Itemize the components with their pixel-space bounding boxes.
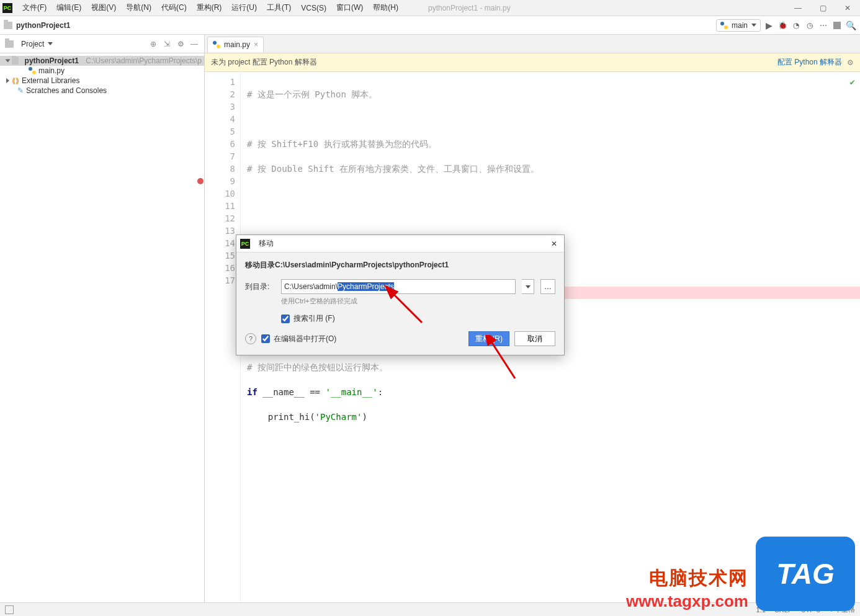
- menu-file[interactable]: 文件(F): [17, 0, 52, 16]
- path-completion-hint: 使用Ctrl+空格的路径完成: [281, 297, 555, 306]
- history-dropdown-icon[interactable]: [522, 279, 534, 294]
- dialog-close-icon[interactable]: ✕: [548, 238, 560, 250]
- checkbox-label: 在编辑器中打开(O): [274, 334, 336, 344]
- help-icon[interactable]: ?: [245, 333, 256, 344]
- line-number[interactable]: 16: [205, 262, 235, 274]
- run-config-name: main: [732, 21, 748, 30]
- code-comment: # 按 Double Shift 在所有地方搜索类、文件、工具窗口、操作和设置。: [247, 164, 539, 174]
- window-maximize[interactable]: ▢: [810, 0, 835, 16]
- line-number[interactable]: 14: [205, 237, 235, 249]
- caret-icon[interactable]: [6, 60, 11, 63]
- line-number[interactable]: 1: [205, 76, 235, 88]
- tree-root[interactable]: pythonProject1 C:\Users\admin\PycharmPro…: [0, 56, 204, 66]
- to-directory-label: 到目录:: [245, 282, 275, 292]
- move-dialog: PC 移动 ✕ 移动目录C:\Users\admin\PycharmProjec…: [236, 234, 565, 355]
- window-title: pythonProject1 - main.py: [428, 4, 511, 12]
- tree-scratches-label: Scratches and Consoles: [26, 86, 107, 95]
- menu-view[interactable]: 视图(V): [86, 0, 121, 16]
- expand-all-icon[interactable]: ⇲: [162, 39, 172, 49]
- folder-icon: [5, 40, 14, 48]
- hide-icon[interactable]: —: [189, 39, 199, 49]
- gear-icon[interactable]: ⚙: [176, 39, 186, 49]
- run-config-selector[interactable]: main: [716, 19, 761, 32]
- project-tree[interactable]: pythonProject1 C:\Users\admin\PycharmPro…: [0, 53, 204, 98]
- debug-button[interactable]: 🐞: [777, 20, 788, 31]
- code-text: ): [362, 412, 367, 422]
- window-minimize[interactable]: —: [786, 0, 810, 16]
- line-number[interactable]: 5: [205, 125, 235, 138]
- line-number[interactable]: 8: [205, 163, 235, 175]
- tree-scratches[interactable]: ✎ Scratches and Consoles: [0, 86, 204, 96]
- stop-button[interactable]: [831, 20, 843, 31]
- folder-icon: [12, 57, 19, 65]
- caret-icon[interactable]: [6, 78, 9, 83]
- search-references-checkbox[interactable]: 搜索引用 (F): [281, 313, 555, 324]
- line-number-breakpoint[interactable]: 9: [205, 175, 235, 187]
- refactor-button[interactable]: 重构 (R): [468, 331, 509, 346]
- gear-icon[interactable]: ⚙: [847, 58, 854, 67]
- line-number[interactable]: 4: [205, 113, 235, 125]
- python-icon: [720, 22, 728, 29]
- close-tab-icon[interactable]: ×: [254, 40, 258, 49]
- watermark-text: 电脑技术网: [649, 566, 748, 591]
- run-button[interactable]: ▶: [763, 20, 774, 31]
- editor-tab-main[interactable]: main.py ×: [207, 37, 264, 53]
- menu-code[interactable]: 代码(C): [156, 0, 192, 16]
- app-icon: PC: [2, 3, 12, 13]
- run-anything-button[interactable]: ⋯: [818, 20, 829, 31]
- cancel-button[interactable]: 取消: [514, 331, 555, 346]
- python-file-icon: [29, 67, 36, 74]
- menu-navigate[interactable]: 导航(N): [121, 0, 156, 16]
- menu-edit[interactable]: 编辑(E): [52, 0, 86, 16]
- project-title[interactable]: Project: [21, 40, 44, 48]
- scratches-icon: ✎: [17, 86, 24, 95]
- tree-external-libraries[interactable]: ⟪⟫ External Libraries: [0, 76, 204, 86]
- checkbox-input[interactable]: [281, 315, 290, 323]
- configure-interpreter-link[interactable]: 配置 Python 解释器: [777, 57, 842, 68]
- watermark-url: www.tagxp.com: [626, 592, 748, 611]
- checkbox-input[interactable]: [261, 334, 270, 343]
- tree-file-main[interactable]: main.py: [0, 66, 204, 76]
- line-number[interactable]: 7: [205, 150, 235, 163]
- code-string: 'PyCharm': [315, 412, 362, 422]
- tree-extlib-label: External Libraries: [22, 76, 79, 85]
- search-everywhere-button[interactable]: 🔍: [845, 20, 856, 31]
- open-in-editor-checkbox[interactable]: 在编辑器中打开(O): [261, 334, 336, 344]
- to-directory-input[interactable]: C:\Users\admin\PycharmProjects: [281, 279, 516, 294]
- menu-help[interactable]: 帮助(H): [368, 0, 403, 16]
- line-number[interactable]: 6: [205, 138, 235, 150]
- menu-bar: PC 文件(F) 编辑(E) 视图(V) 导航(N) 代码(C) 重构(R) 运…: [0, 0, 860, 16]
- select-opened-file-icon[interactable]: ⊕: [148, 39, 158, 49]
- code-comment: # 按 Shift+F10 执行或将其替换为您的代码。: [247, 139, 437, 149]
- menu-run[interactable]: 运行(U): [226, 0, 262, 16]
- tree-root-path: C:\Users\admin\PycharmProjects\p: [86, 56, 202, 65]
- code-keyword: if: [247, 387, 258, 397]
- line-number[interactable]: 12: [205, 212, 235, 225]
- coverage-button[interactable]: ◔: [791, 20, 802, 31]
- line-number[interactable]: 3: [205, 100, 235, 113]
- chevron-down-icon[interactable]: [48, 42, 53, 45]
- interpreter-warning-banner: 未为 project 配置 Python 解释器 配置 Python 解释器 ⚙: [205, 53, 860, 72]
- line-number[interactable]: 10: [205, 187, 235, 200]
- folder-icon: [4, 22, 12, 29]
- line-number[interactable]: 15: [205, 249, 235, 262]
- breadcrumb-project[interactable]: pythonProject1: [16, 21, 70, 30]
- line-number[interactable]: 11: [205, 200, 235, 212]
- line-number[interactable]: 17: [205, 274, 235, 287]
- browse-button[interactable]: …: [540, 279, 555, 294]
- code-comment: # 按间距中的绿色按钮以运行脚本。: [247, 362, 388, 372]
- menu-refactor[interactable]: 重构(R): [192, 0, 227, 16]
- watermark-tag: TAG: [756, 537, 855, 611]
- project-tool-window: Project ⊕ ⇲ ⚙ — pythonProject1 C:\Users\…: [0, 35, 205, 602]
- menu-vcs[interactable]: VCS(S): [296, 1, 331, 15]
- line-number[interactable]: 2: [205, 88, 235, 100]
- profile-button[interactable]: ◷: [804, 20, 815, 31]
- menu-tools[interactable]: 工具(T): [262, 0, 296, 16]
- window-close[interactable]: ✕: [835, 0, 860, 16]
- tool-windows-icon[interactable]: [5, 605, 14, 614]
- line-number[interactable]: 13: [205, 225, 235, 237]
- menu-window[interactable]: 窗口(W): [331, 0, 368, 16]
- chevron-down-icon: [751, 24, 756, 27]
- dialog-titlebar[interactable]: PC 移动 ✕: [236, 235, 564, 252]
- banner-text: 未为 project 配置 Python 解释器: [211, 57, 317, 68]
